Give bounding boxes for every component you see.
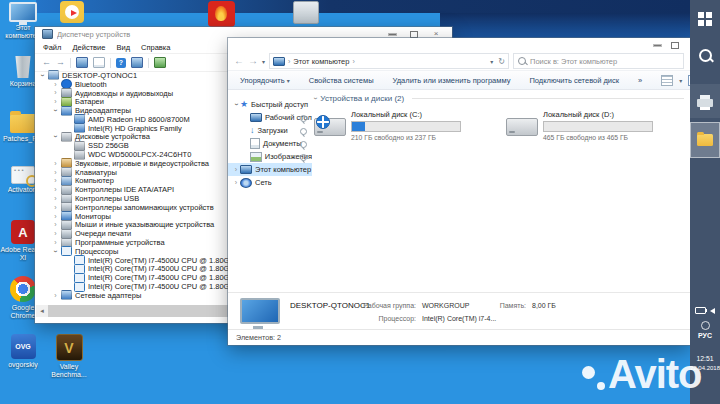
desktop-icon <box>250 113 262 122</box>
tree-expand-icon[interactable]: › <box>52 239 59 246</box>
maximize-button[interactable] <box>666 39 684 51</box>
desktop-icon-device[interactable] <box>283 1 329 24</box>
tree-expand-icon[interactable]: › <box>52 169 59 176</box>
drive-tile[interactable]: Локальный диск (D:)465 ГБ свободно из 46… <box>506 110 653 141</box>
desktop-icon-flame[interactable] <box>198 1 244 27</box>
change-view-icon[interactable] <box>661 75 673 86</box>
tree-expand-icon[interactable]: › <box>52 81 59 88</box>
device-icon <box>293 1 319 24</box>
tree-expand-icon[interactable]: › <box>52 221 59 228</box>
desktop-icon-media[interactable] <box>49 1 95 23</box>
tree-expand-icon[interactable]: › <box>232 179 240 186</box>
tree-expand-icon[interactable]: › <box>52 292 59 299</box>
tree-expand-icon[interactable]: › <box>52 186 59 193</box>
keys-icon <box>11 166 35 184</box>
free-space-text: 210 ГБ свободно из 237 ГБ <box>351 134 461 141</box>
sidebar-item-label: Быстрый доступ <box>251 100 308 109</box>
view-dropdown-icon[interactable]: ▾ <box>679 77 682 84</box>
scan-hardware-icon[interactable] <box>131 57 143 68</box>
menu-action[interactable]: Действие <box>72 43 105 52</box>
pin-icon <box>300 115 307 122</box>
search-input[interactable]: Поиск в: Этот компьютер <box>513 53 684 69</box>
minimize-button[interactable] <box>648 39 666 51</box>
clock[interactable]: 12:51 22.04.2018 <box>690 355 720 372</box>
tree-expand-icon[interactable]: › <box>39 72 46 79</box>
back-icon[interactable]: ← <box>234 56 244 66</box>
tree-expand-icon[interactable]: › <box>52 204 59 211</box>
tree-item-label: Очереди печати <box>75 229 131 238</box>
breadcrumb[interactable]: Этот компьютер <box>293 57 349 66</box>
tree-item-label: WDC WD5000LPCX-24C6HT0 <box>88 150 191 159</box>
recent-locations-icon[interactable]: ▾ <box>262 58 265 65</box>
tree-expand-icon[interactable]: › <box>52 133 59 140</box>
sidebar-item-network[interactable]: ›Сеть <box>228 176 312 189</box>
refresh-icon[interactable]: ↻ <box>498 57 505 66</box>
menu-file[interactable]: Файл <box>43 43 61 52</box>
tree-item-label: Bluetooth <box>75 80 107 89</box>
system-properties-button[interactable]: Свойства системы <box>309 76 374 85</box>
map-network-drive-button[interactable]: Подключить сетевой диск <box>529 76 619 85</box>
group-header[interactable]: › Устройства и диски (2) <box>314 94 684 103</box>
menu-view[interactable]: Вид <box>116 43 130 52</box>
uninstall-program-button[interactable]: Удалить или изменить программу <box>393 76 511 85</box>
properties-icon[interactable] <box>93 57 105 68</box>
chrome-icon <box>10 276 36 302</box>
more-commands-icon[interactable]: » <box>638 76 642 85</box>
tree-expand-icon[interactable]: › <box>52 98 59 105</box>
tree-expand-icon[interactable]: › <box>52 213 59 220</box>
printer-taskbar-button[interactable] <box>690 84 720 118</box>
legacy-hardware-icon[interactable] <box>154 57 166 68</box>
sidebar-item-desktop[interactable]: Рабочий стол <box>228 111 312 124</box>
menu-help[interactable]: Справка <box>141 43 170 52</box>
drive-info: Локальный диск (D:)465 ГБ свободно из 46… <box>543 110 653 141</box>
wallpaper-dark-corner <box>440 13 690 39</box>
forward-icon[interactable]: → <box>248 56 258 66</box>
sidebar-item-downloads[interactable]: ↓Загрузки <box>228 124 312 137</box>
sidebar-item-label: Загрузки <box>258 126 288 135</box>
drive-tile[interactable]: Локальный диск (C:)210 ГБ свободно из 23… <box>314 110 461 141</box>
tree-expand-icon[interactable]: › <box>52 248 59 255</box>
scroll-left-icon[interactable]: ◂ <box>36 305 48 317</box>
tree-expand-icon[interactable]: › <box>232 166 240 173</box>
desktop-icon-label: Valley Benchma... <box>46 363 92 379</box>
folder-icon <box>697 134 713 146</box>
tree-expand-icon[interactable]: › <box>52 160 59 167</box>
sidebar-item-thispc[interactable]: ›Этот компьютер <box>228 163 312 176</box>
start-button[interactable] <box>690 6 720 32</box>
computer-icon <box>48 70 59 80</box>
explorer-taskbar-button[interactable] <box>690 122 720 158</box>
tree-expand-icon[interactable]: › <box>233 101 240 109</box>
tree-item-label: Сетевые адаптеры <box>75 291 141 300</box>
disk-icon <box>61 132 72 142</box>
search-icon <box>699 49 712 62</box>
collapse-group-icon[interactable]: › <box>312 97 319 99</box>
tree-expand-icon[interactable]: › <box>52 230 59 237</box>
tree-item-label: Звуковые, игровые и видеоустройства <box>75 159 209 168</box>
search-button[interactable] <box>690 40 720 70</box>
flame-icon <box>208 1 235 27</box>
toolbar-separator <box>70 58 71 68</box>
address-dropdown-icon[interactable]: ▾ <box>490 58 493 65</box>
breadcrumb-separator: › <box>288 58 290 65</box>
sidebar-item-pictures[interactable]: Изображения <box>228 150 312 163</box>
drive-info: Локальный диск (C:)210 ГБ свободно из 23… <box>351 110 461 141</box>
tree-expand-icon[interactable]: › <box>52 107 59 114</box>
help-icon[interactable]: ? <box>116 58 126 68</box>
tree-item-label: Intel(R) Core(TM) i7-4500U CPU @ 1.80GHz <box>88 264 239 273</box>
console-icon[interactable] <box>76 57 88 68</box>
search-icon <box>518 57 526 65</box>
desktop-icon-valley[interactable]: VValley Benchma... <box>46 334 92 379</box>
desktop-icon-ovg[interactable]: OVGovgorskiy <box>0 334 46 369</box>
tree-expand-icon[interactable]: › <box>52 195 59 202</box>
language-indicator[interactable]: РУС <box>690 332 720 339</box>
sidebar-item-documents[interactable]: Документы <box>228 137 312 150</box>
back-icon[interactable]: ← <box>42 58 51 67</box>
sidebar-item-star[interactable]: ›★Быстрый доступ <box>228 98 312 111</box>
organize-button[interactable]: Упорядочить ▾ <box>240 76 290 85</box>
thispc-icon <box>240 165 252 174</box>
drive-name: Локальный диск (D:) <box>543 110 653 119</box>
tree-expand-icon[interactable]: › <box>52 177 59 184</box>
tree-expand-icon[interactable]: › <box>52 89 59 96</box>
address-bar[interactable]: › Этот компьютер › ▾ ↻ <box>269 53 509 69</box>
forward-icon[interactable]: → <box>56 58 65 67</box>
